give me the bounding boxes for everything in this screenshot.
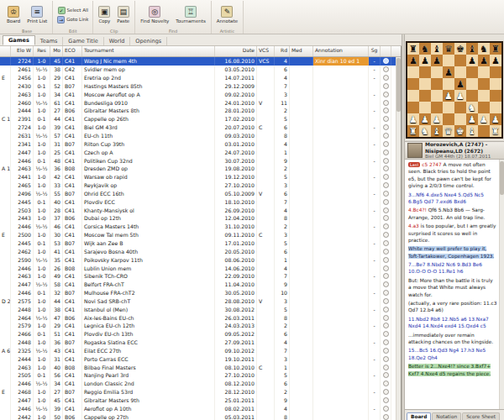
move-link[interactable]: 11.Nbd2 Rb8 12.Nb5 a6 13.Nxa7 Nxd4 14.Nx…	[408, 317, 489, 328]
record-selector-icon[interactable]	[383, 158, 389, 164]
record-selector-icon[interactable]	[383, 281, 389, 287]
table-row[interactable]: E24681-027B07Reggio Emilia 53rd28.12.201…	[0, 388, 401, 396]
table-row[interactable]: 24621-041C41Sarajevo Bosna 40th20.05.201…	[0, 247, 401, 255]
table-row[interactable]: 24631-049C41Sibenik TCh-CRO22.09.20107-	[0, 272, 401, 281]
board-square[interactable]	[490, 66, 501, 78]
board-square[interactable]	[431, 66, 443, 78]
paste-button[interactable]: ▤Paste	[114, 5, 132, 24]
board-square[interactable]	[419, 66, 431, 78]
record-selector-icon[interactable]	[383, 348, 389, 354]
board-square[interactable]	[443, 55, 454, 66]
board-square[interactable]	[454, 66, 466, 78]
table-row[interactable]: 24471-025C41Czech op A24.07.20101	[0, 148, 401, 156]
table-row[interactable]: 24411-042C41Warsaw ob rapid19.12.20105-	[0, 173, 401, 181]
table-row[interactable]: 25050-156C41Nanjing Pearl 3rd27.10.20105…	[0, 371, 401, 380]
table-row[interactable]: 23411-031B07Rilton Cup 39th03.01.20104-	[0, 139, 401, 148]
table-scrollbar-thumb[interactable]	[396, 58, 401, 112]
board-square[interactable]: ♜	[407, 43, 419, 55]
board-square[interactable]: ♟	[443, 66, 454, 78]
table-row[interactable]: 2460½-½61C41Bundesliga 091024.01.2010V11	[0, 98, 401, 107]
record-selector-icon[interactable]	[383, 207, 389, 213]
table-row[interactable]: 2446½-½39C41Aeroflot op A 10th08.02.2011…	[0, 404, 401, 412]
board-square[interactable]: ♝	[431, 125, 443, 137]
bottom-tab-board[interactable]: Board	[407, 412, 431, 420]
move-link[interactable]: 7...Be7 8.Nbd2 Nc6 9.Bd3 Be6 10.O-O O-O …	[408, 262, 482, 274]
board-square[interactable]	[466, 90, 478, 102]
tab-teams[interactable]: Teams	[35, 37, 64, 45]
board-square[interactable]	[454, 113, 466, 125]
table-row[interactable]: 24461-026B08Lublin Union mem14.06.20104	[0, 264, 401, 272]
table-row[interactable]: 24450-140C41Plovdiv ECC18.10.20107	[0, 197, 401, 206]
tab-game-title[interactable]: Game Title	[63, 37, 103, 45]
record-selector-icon[interactable]	[383, 58, 389, 64]
bottom-tab-notation[interactable]: Notation	[432, 412, 461, 420]
board-square[interactable]: ♟	[466, 55, 478, 66]
board-square[interactable]	[419, 102, 431, 113]
column-header[interactable]: Sg	[369, 46, 381, 56]
board-square[interactable]	[431, 78, 443, 90]
record-selector-icon[interactable]	[383, 150, 389, 155]
board-button[interactable]: ♔Board	[4, 5, 23, 24]
notation-scrollbar-thumb[interactable]	[500, 161, 504, 195]
table-row[interactable]: 27241-039C41Biel GM 43rd20.07.2010C6-	[0, 123, 401, 132]
record-selector-icon[interactable]	[383, 141, 389, 147]
board-square[interactable]: ♟	[454, 78, 466, 90]
record-selector-icon[interactable]	[383, 323, 389, 328]
column-header[interactable]: Rd	[275, 46, 290, 56]
table-row[interactable]: 2496½-½55B07Ohrid ECC 16th05.10.2009V6-	[0, 190, 401, 198]
tab-games[interactable]: Games	[3, 35, 35, 45]
board-square[interactable]	[431, 90, 443, 102]
board-square[interactable]	[443, 102, 454, 113]
board-square[interactable]: ♜	[407, 125, 419, 137]
record-selector-icon[interactable]	[383, 257, 389, 263]
board-square[interactable]: ♟	[419, 55, 431, 66]
board-square[interactable]	[490, 102, 501, 113]
board-square[interactable]: ♟	[454, 90, 466, 102]
find-novelty-button[interactable]: ◎Find Novelty	[138, 5, 171, 24]
board-square[interactable]: ♜	[490, 125, 501, 137]
table-row[interactable]: 27241-045C41Wang J Nic mem 4th16.08.2010…	[0, 57, 401, 66]
table-row[interactable]: 2461½-½38C42Svidler mem op03.05.20106-	[0, 66, 401, 74]
table-row[interactable]: 2590½-½35C41Poikovsky Karpov 11th08.06.2…	[0, 255, 401, 264]
tab-world[interactable]: World	[104, 37, 131, 45]
record-selector-icon[interactable]	[383, 75, 389, 81]
board-square[interactable]: ♝	[431, 43, 443, 55]
board-square[interactable]	[466, 78, 478, 90]
column-header[interactable]: Annotation	[313, 46, 369, 56]
table-row[interactable]: 2631½-½57C41EU-ch 11th09.03.20108	[0, 132, 401, 140]
record-selector-icon[interactable]	[383, 66, 389, 72]
tab-openings[interactable]: Openings	[130, 37, 167, 45]
board-square[interactable]	[443, 78, 454, 90]
board-square[interactable]	[478, 102, 490, 113]
column-header[interactable]: Med	[290, 46, 313, 56]
board-square[interactable]	[478, 66, 490, 78]
board-square[interactable]: ♟	[490, 55, 501, 66]
board-square[interactable]: ♟	[407, 113, 419, 125]
notation-scrollbar[interactable]	[499, 160, 504, 409]
record-selector-icon[interactable]	[383, 397, 389, 403]
table-row[interactable]: 2464½-½47B06Aix-les-Bains EU-ch26.03.201…	[0, 313, 401, 322]
board-square[interactable]: ♟	[431, 55, 443, 66]
board-square[interactable]: ♚	[454, 43, 466, 55]
board-square[interactable]: ♟	[478, 55, 490, 66]
record-selector-icon[interactable]	[383, 331, 389, 337]
table-row[interactable]: 24631-034C41Moscow Aeroflot op A09.02.20…	[0, 90, 401, 98]
table-row[interactable]: 24421-050B06Cappelle op 27th05.03.20118	[0, 412, 401, 420]
board-square[interactable]: ♟	[443, 90, 454, 102]
record-selector-icon[interactable]	[383, 215, 389, 221]
table-row[interactable]: 24450-153B07Wijk aan Zee B17.01.20105-	[0, 239, 401, 248]
column-header[interactable]: Mo	[50, 46, 63, 56]
annotation-text[interactable]: White may well prefer to play it, Toft-T…	[408, 246, 494, 258]
table-row[interactable]: 2446½-½46C41Corsica Masters 14th31.10.20…	[0, 223, 401, 231]
column-header[interactable]: Date	[215, 46, 257, 56]
table-row[interactable]: E24561-029C41Eretria op 2nd14.07.20114-	[0, 74, 401, 82]
board-square[interactable]: ♛	[443, 125, 454, 137]
move-link[interactable]: 15...Bc5 16.Qd3 Ng4 17.h3 Ne5 18.Qe2 Qh4	[408, 348, 486, 360]
board-square[interactable]: ♟	[490, 113, 501, 125]
record-selector-icon[interactable]	[383, 339, 389, 345]
board-square[interactable]: ♞	[419, 43, 431, 55]
tournaments-button[interactable]: ♖Tournaments	[173, 5, 208, 24]
board-square[interactable]: ♞	[466, 102, 478, 113]
board-square[interactable]: ♟	[466, 113, 478, 125]
table-row[interactable]: 24441-031C41Porto Carras ECC19.10.20113-	[0, 354, 401, 363]
